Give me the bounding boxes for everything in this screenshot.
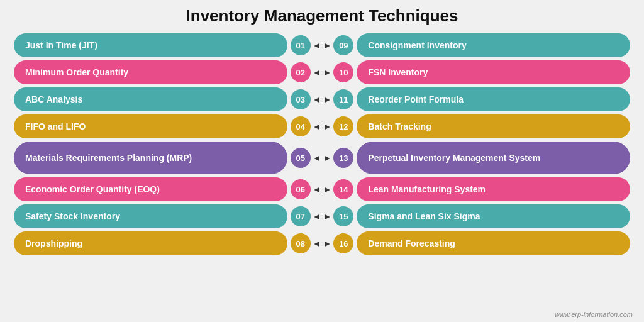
right-item-8: Demand Forecasting — [357, 231, 630, 255]
right-item-2: FSN Inventory — [357, 60, 630, 84]
num-left-02: 02 — [291, 62, 311, 82]
left-item-8: Dropshipping — [14, 231, 287, 255]
main-grid: Just In Time (JIT)Minimum Order Quantity… — [14, 33, 630, 255]
right-item-1: Consignment Inventory — [357, 33, 630, 57]
arrow-left: ◄ — [313, 238, 321, 248]
left-item-4: FIFO and LIFO — [14, 114, 287, 138]
arrow-left: ◄ — [313, 153, 321, 163]
num-right-09: 09 — [333, 35, 353, 55]
right-item-7: Sigma and Lean Six Sigma — [357, 204, 630, 228]
arrow-right: ► — [323, 211, 332, 221]
center-pair-2: 02◄►10 — [291, 60, 354, 84]
num-right-15: 15 — [333, 206, 353, 226]
arrow-left: ◄ — [313, 40, 321, 50]
num-left-07: 07 — [291, 206, 311, 226]
arrow-right: ► — [323, 40, 332, 50]
center-pair-1: 01◄►09 — [291, 33, 354, 57]
left-item-5: Materials Requirements Planning (MRP) — [14, 142, 287, 174]
left-item-1: Just In Time (JIT) — [14, 33, 287, 57]
page-title: Inventory Management Techniques — [186, 6, 458, 26]
arrow-left: ◄ — [313, 67, 321, 77]
arrow-right: ► — [323, 67, 332, 77]
num-left-08: 08 — [291, 233, 311, 253]
arrow-right: ► — [323, 184, 332, 194]
num-left-03: 03 — [291, 89, 311, 109]
arrow-right: ► — [323, 153, 332, 163]
center-pair-8: 08◄►16 — [291, 231, 354, 255]
center-pair-4: 04◄►12 — [291, 114, 354, 138]
arrow-left: ◄ — [313, 184, 321, 194]
center-column: 01◄►0902◄►1003◄►1104◄►1205◄►1306◄►1407◄►… — [291, 33, 354, 255]
right-item-5: Perpetual Inventory Management System — [357, 142, 630, 174]
left-item-7: Safety Stock Inventory — [14, 204, 287, 228]
arrow-right: ► — [323, 238, 332, 248]
left-column: Just In Time (JIT)Minimum Order Quantity… — [14, 33, 291, 255]
center-pair-3: 03◄►11 — [291, 87, 354, 111]
num-left-01: 01 — [291, 35, 311, 55]
center-pair-5: 05◄►13 — [291, 142, 354, 174]
left-item-2: Minimum Order Quantity — [14, 60, 287, 84]
arrow-left: ◄ — [313, 121, 321, 131]
num-right-10: 10 — [333, 62, 353, 82]
num-right-11: 11 — [333, 89, 353, 109]
watermark: www.erp-information.com — [555, 311, 633, 318]
num-left-06: 06 — [291, 179, 311, 199]
arrow-right: ► — [323, 94, 332, 104]
center-pair-7: 07◄►15 — [291, 204, 354, 228]
arrow-left: ◄ — [313, 94, 321, 104]
arrow-right: ► — [323, 121, 332, 131]
right-item-6: Lean Manufacturing System — [357, 177, 630, 201]
left-item-3: ABC Analysis — [14, 87, 287, 111]
left-item-6: Economic Order Quantity (EOQ) — [14, 177, 287, 201]
num-right-13: 13 — [333, 148, 353, 168]
num-right-16: 16 — [333, 233, 353, 253]
num-left-04: 04 — [291, 116, 311, 136]
arrow-left: ◄ — [313, 211, 321, 221]
right-item-3: Reorder Point Formula — [357, 87, 630, 111]
right-item-4: Batch Tracking — [357, 114, 630, 138]
center-pair-6: 06◄►14 — [291, 177, 354, 201]
num-right-14: 14 — [333, 179, 353, 199]
num-right-12: 12 — [333, 116, 353, 136]
right-column: Consignment InventoryFSN InventoryReorde… — [353, 33, 630, 255]
num-left-05: 05 — [291, 148, 311, 168]
